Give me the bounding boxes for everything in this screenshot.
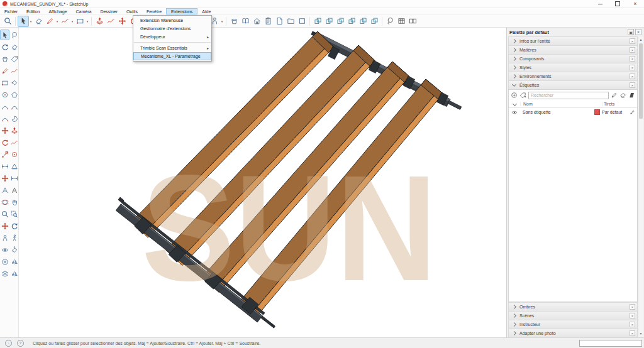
edit-group-button[interactable] [335,16,346,27]
section-scenes[interactable]: Scènes× [508,311,638,320]
tag-tool-button[interactable] [9,53,19,64]
menu-fenetre[interactable]: Fenêtre [142,8,166,14]
split-view-button[interactable] [407,16,418,27]
section-close-button[interactable]: × [630,65,635,70]
minimize-button[interactable] [591,0,609,8]
walk-tool-button[interactable] [9,232,19,243]
unlock-group-button[interactable] [369,16,380,27]
tape-measure-tool-button[interactable] [0,161,9,171]
three-point-arc-tool-button[interactable] [0,113,9,124]
scrollbar-thumb[interactable] [639,43,643,119]
lock-group-button[interactable] [357,16,369,27]
column-nom[interactable]: Nom [520,102,602,106]
make-component-button[interactable] [323,16,335,27]
menu-item-gestionnaire-extensions[interactable]: Gestionnaire d'extensions [133,24,211,33]
rotate-tool-button[interactable] [0,137,9,148]
tag-row-sans-etiquette[interactable]: Sans étiquette Par défaut [509,108,637,116]
scale-tool-button[interactable] [0,149,9,160]
close-icon[interactable]: × [635,29,641,35]
move-tool-button[interactable] [116,16,128,27]
follow-me-tool-button[interactable] [105,16,116,27]
help-icon[interactable]: ? [17,340,24,347]
section-environnements[interactable]: Environnements× [508,72,638,80]
layers-tool-button[interactable] [0,268,9,279]
rectangle-tool-button[interactable] [0,77,9,88]
menu-dessiner[interactable]: Dessiner [96,8,122,14]
section-close-button[interactable]: × [630,38,635,44]
section-plane-tool-button[interactable] [9,244,19,255]
protractor-tool-button[interactable] [9,161,19,171]
orbit-tool-button[interactable] [0,197,9,207]
axes-tool-button[interactable] [0,173,9,183]
dimension-tool-button[interactable] [9,173,19,183]
sort-chevron-icon[interactable] [509,102,520,106]
section-close-button[interactable]: × [630,56,635,62]
scroll-down-icon[interactable]: ▼ [638,331,643,337]
section-matieres[interactable]: Matières× [508,45,638,54]
menu-extensions[interactable]: Extensions [166,8,197,14]
offset-tool-button[interactable] [9,149,19,160]
zoom-tool-button[interactable] [0,209,9,219]
eraser-tool-button[interactable] [33,16,44,27]
push-pull-tool-button[interactable] [9,125,19,136]
lasso-select-button[interactable] [384,16,396,27]
freehand-tool-button[interactable] [9,65,19,76]
zoom-previous-tool-button[interactable] [9,220,19,231]
chevron-down-icon[interactable]: ▾ [86,19,89,23]
add-tag-folder-icon[interactable] [519,92,526,99]
frame-button[interactable] [296,16,308,27]
section-close-button[interactable]: × [630,322,635,327]
arc-tool-button[interactable] [0,101,9,112]
circle-tool-button[interactable] [0,89,9,100]
lasso-tool-button[interactable] [9,30,19,40]
view-orbit-tool-button[interactable] [0,256,9,267]
scroll-up-icon[interactable]: ▲ [638,37,643,43]
flip-along-tool-button[interactable] [9,256,19,267]
visibility-eye-icon[interactable] [509,109,520,116]
follow-me-tool-button[interactable] [9,137,19,148]
zoom-icon[interactable] [2,16,13,27]
look-around-tool-button[interactable] [0,244,9,255]
section-etiquettes[interactable]: Étiquettes× [508,80,638,89]
select-tool-button[interactable] [18,16,29,27]
line-tool-button[interactable] [44,16,55,27]
menu-fichier[interactable]: Fichier [0,8,22,14]
paint-bucket-tool-button[interactable] [0,53,9,64]
rectangle-tool-button[interactable] [74,16,86,27]
section-styles[interactable]: Styles× [508,63,638,72]
column-tirets[interactable]: Tirets [602,102,637,106]
purge-icon[interactable] [628,92,635,99]
edit-pencil-icon[interactable] [630,109,637,116]
eraser-tool-button[interactable] [9,41,19,52]
measurements-input[interactable] [579,340,642,347]
styles-button[interactable] [240,16,251,27]
polygon-tool-button[interactable] [9,89,19,100]
section-instructeur[interactable]: Instructeur× [508,320,638,329]
pin-icon[interactable]: ▣ [628,29,634,35]
menu-aide[interactable]: Aide [197,8,215,14]
soften-edges-tool-button[interactable] [9,268,19,279]
section-close-button[interactable]: × [630,330,635,336]
zoom-extents-tool-button[interactable] [0,220,9,231]
modeling-viewport[interactable]: SUN [19,28,506,337]
tray-scrollbar[interactable]: ▲ ▼ [638,37,643,337]
menu-item-extension-warehouse[interactable]: Extension Warehouse [133,16,211,24]
line-tool-button[interactable] [0,65,9,76]
menu-camera[interactable]: Caméra [71,8,96,14]
close-button[interactable]: × [626,0,644,8]
text-tool-button[interactable] [0,185,9,195]
menu-item-trimble-scan-essentials[interactable]: Trimble Scan Essentials▸ [133,44,211,52]
rotated-rectangle-tool-button[interactable] [9,77,19,88]
move-tool-button[interactable] [0,125,9,136]
two-point-arc-tool-button[interactable] [9,101,19,112]
section-close-button[interactable]: × [630,304,635,310]
home-button[interactable] [251,16,262,27]
section-close-button[interactable]: × [630,73,635,79]
restore-button[interactable] [609,0,626,8]
tags-search-input[interactable] [528,92,609,99]
section-close-button[interactable]: × [630,82,635,88]
menu-outils[interactable]: Outils [122,8,142,14]
explode-button[interactable] [346,16,357,27]
rotate-alt-tool-button[interactable] [0,41,9,52]
freehand-tool-button[interactable] [59,16,70,27]
